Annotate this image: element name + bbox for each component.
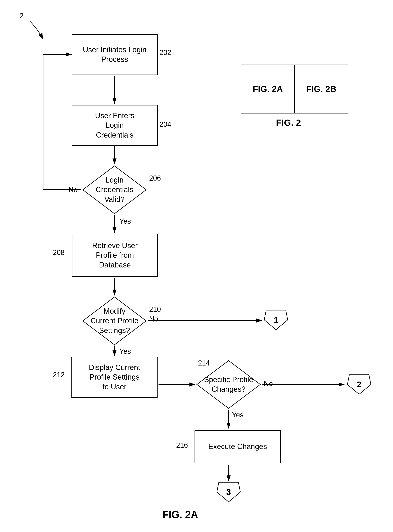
node-204: User EntersLoginCredentials (72, 105, 158, 146)
ref-202: 202 (160, 49, 171, 57)
diagram-container: 2 (0, 0, 393, 532)
fig2-caption: FIG. 2 (276, 117, 301, 128)
node-208: Retrieve UserProfile fromDatabase (72, 234, 158, 277)
fig2-cell-2a: FIG. 2A (241, 65, 295, 113)
main-ref-label: 2 (20, 12, 24, 20)
ref-206: 206 (149, 174, 161, 182)
yes-label-206: Yes (119, 217, 131, 225)
node-212: Display CurrentProfile Settingsto User (71, 357, 157, 398)
fig-2a-caption: FIG. 2A (162, 509, 198, 520)
connector-2: 2 (346, 374, 372, 395)
node-210: ModifyCurrent ProfileSettings? (81, 295, 148, 346)
ref-208: 208 (53, 249, 64, 257)
yes-label-214: Yes (232, 411, 243, 419)
no-label-210: No (149, 315, 158, 323)
ref-210: 210 (149, 305, 161, 313)
ref-214: 214 (198, 359, 210, 367)
no-label-206: No (69, 186, 78, 194)
node-202: User Initiates Login Process (72, 34, 158, 75)
connector-1: 1 (263, 309, 289, 331)
no-label-214: No (264, 380, 273, 388)
yes-label-210: Yes (119, 347, 131, 356)
ref-212: 212 (53, 371, 64, 379)
ref-204: 204 (160, 120, 171, 129)
fig2-inset-box: FIG. 2A FIG. 2B (241, 65, 348, 113)
node-206: LoginCredentialsValid? (81, 164, 148, 215)
fig2-cell-2b: FIG. 2B (295, 65, 348, 113)
node-216: Execute Changes (195, 430, 281, 463)
connector-3: 3 (216, 481, 241, 503)
fig2-inner: FIG. 2A FIG. 2B (241, 65, 348, 113)
ref-216: 216 (176, 441, 188, 449)
